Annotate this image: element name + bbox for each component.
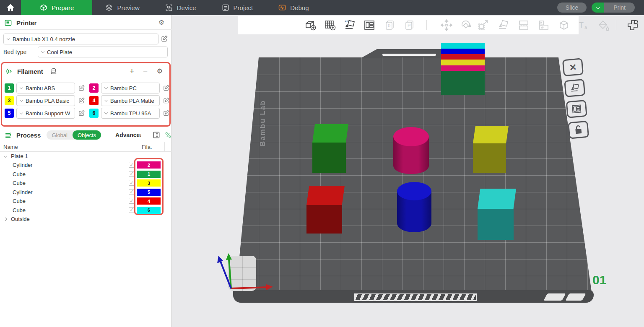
filament-2-swatch[interactable]: 2 <box>89 83 99 93</box>
filament-section-highlight: Filament + − ⚙ 1 Bambu ABS 3 Bambu PLA B… <box>1 62 171 127</box>
tab-prepare[interactable]: Prepare <box>21 0 92 15</box>
chevron-down-icon <box>104 86 108 89</box>
auto-orient-button[interactable]: AUTO <box>342 18 357 33</box>
delete-all-button[interactable]: × <box>562 58 584 76</box>
scale-tool-button[interactable] <box>476 18 491 33</box>
filament-3-select[interactable]: Bambu PLA Basic <box>16 95 75 106</box>
lock-plate-button[interactable] <box>568 121 589 139</box>
row-checkbox[interactable]: ✓ <box>129 198 135 204</box>
bed-type-select[interactable]: Cool Plate <box>38 47 168 57</box>
tower-stripe-blue <box>441 49 485 54</box>
row-checkbox[interactable]: ✓ <box>129 189 135 195</box>
printer-section-title: Printer <box>16 19 36 26</box>
parameter-list-icon[interactable] <box>153 131 160 139</box>
printer-settings-gear-icon[interactable]: ⚙ <box>158 19 164 26</box>
printer-section-header: Printer ⚙ <box>0 17 172 29</box>
row-checkbox[interactable]: ✓ <box>129 207 135 213</box>
filament-4-select[interactable]: Bambu PLA Matte <box>101 95 160 106</box>
move-tool-button[interactable] <box>439 18 454 33</box>
row-checkbox[interactable]: ✓ <box>129 162 135 168</box>
printer-preset-select[interactable]: Bambu Lab X1 0.4 nozzle <box>3 34 158 44</box>
tab-preview[interactable]: Preview <box>92 0 152 15</box>
plate-wipe-mark <box>543 293 566 301</box>
filament-6-swatch[interactable]: 6 <box>89 109 99 118</box>
tab-device[interactable]: Device <box>152 0 209 15</box>
auto-orient-plate-button[interactable] <box>564 79 585 97</box>
process-layers-icon <box>4 131 12 139</box>
red-cube-object[interactable] <box>306 186 345 234</box>
print-button[interactable]: Print <box>604 3 635 13</box>
scope-global-button[interactable]: Global <box>47 132 73 138</box>
yellow-cube-object[interactable] <box>473 126 509 173</box>
tab-debug[interactable]: Debug <box>265 0 321 15</box>
filament-4-edit-icon[interactable] <box>163 97 169 104</box>
filament-4-swatch[interactable]: 4 <box>89 96 99 105</box>
add-filament-button[interactable]: + <box>130 67 134 76</box>
arrange-button[interactable] <box>362 18 377 33</box>
chevron-down-icon <box>20 98 23 101</box>
filament-6-edit-icon[interactable] <box>163 110 169 116</box>
tower-stripe-yellow <box>441 60 485 65</box>
tab-label: Project <box>234 4 253 11</box>
undo-button[interactable]: 0 <box>382 18 397 33</box>
params-dots-icon[interactable] <box>164 131 172 139</box>
multicolor-tower-object[interactable] <box>441 43 485 95</box>
cube-front-face <box>473 143 506 173</box>
svg-text:0: 0 <box>388 23 390 28</box>
add-object-button[interactable] <box>303 18 318 33</box>
filament-1-edit-icon[interactable] <box>78 85 85 91</box>
print-dropdown-button[interactable] <box>592 3 604 13</box>
filament-slot-3: 3 Bambu PLA Basic <box>5 95 84 106</box>
chevron-down-icon <box>7 36 10 40</box>
tree-row-outside[interactable]: Outside <box>0 215 172 223</box>
printer-edit-icon[interactable] <box>161 35 168 42</box>
tower-stripe-cyan <box>441 43 485 49</box>
row-checkbox[interactable]: ✓ <box>129 171 135 177</box>
svg-text:AUTO: AUTO <box>345 20 351 23</box>
slice-button[interactable]: Slice <box>557 3 587 13</box>
navbar-actions: Slice Print <box>557 3 635 13</box>
filament-3-edit-icon[interactable] <box>78 97 85 104</box>
filament-2-select[interactable]: Bambu PC <box>101 83 160 93</box>
scope-objects-button[interactable]: Objects <box>73 130 101 140</box>
3d-viewport[interactable]: Bambu Lab 01 <box>172 15 644 327</box>
tab-label: Preview <box>117 4 139 11</box>
filament-settings-gear-icon[interactable]: ⚙ <box>157 68 163 75</box>
text-tool-button[interactable]: Ta <box>576 18 591 33</box>
filament-4-name: Bambu PLA Matte <box>110 98 154 104</box>
add-plate-button[interactable] <box>322 18 338 33</box>
filament-5-edit-icon[interactable] <box>78 110 85 116</box>
rotate-tool-button[interactable] <box>458 18 473 33</box>
filament-5-swatch[interactable]: 5 <box>5 109 14 118</box>
filament-1-select[interactable]: Bambu ABS <box>16 83 75 93</box>
remove-filament-button[interactable]: − <box>143 67 148 76</box>
split-to-objects-button[interactable] <box>516 18 531 33</box>
magenta-cylinder-object[interactable] <box>393 127 429 174</box>
chevron-down-icon <box>104 98 108 101</box>
blue-cylinder-object[interactable] <box>397 182 431 232</box>
tab-project[interactable]: Project <box>209 0 266 15</box>
mesh-boolean-button[interactable] <box>556 18 571 33</box>
plate-number-label[interactable]: 01 <box>592 273 606 287</box>
filament-5-select[interactable]: Bambu Support W <box>16 108 75 119</box>
arrange-plate-button[interactable] <box>566 100 587 118</box>
redo-button[interactable]: P <box>402 18 417 33</box>
filament-2-edit-icon[interactable] <box>163 85 169 91</box>
filament-6-select[interactable]: Bambu TPU 95A <box>101 108 160 119</box>
chevron-down-icon[interactable] <box>4 154 7 157</box>
split-to-parts-button[interactable] <box>536 18 551 33</box>
chevron-right-icon[interactable] <box>4 217 7 221</box>
filament-1-swatch[interactable]: 1 <box>5 83 14 93</box>
lay-on-face-button[interactable] <box>496 18 511 33</box>
cyan-cube-object[interactable] <box>478 189 516 240</box>
flush-brush-icon[interactable] <box>50 67 57 75</box>
assembly-view-button[interactable] <box>625 18 640 33</box>
device-icon <box>165 3 173 12</box>
home-button[interactable] <box>0 0 21 15</box>
filament-3-swatch[interactable]: 3 <box>5 96 14 105</box>
green-cube-object[interactable] <box>312 124 348 173</box>
y-axis-arrow <box>226 253 232 260</box>
color-painting-button[interactable] <box>596 18 611 33</box>
print-button-group: Print <box>592 3 635 13</box>
row-checkbox[interactable]: ✓ <box>129 180 135 186</box>
